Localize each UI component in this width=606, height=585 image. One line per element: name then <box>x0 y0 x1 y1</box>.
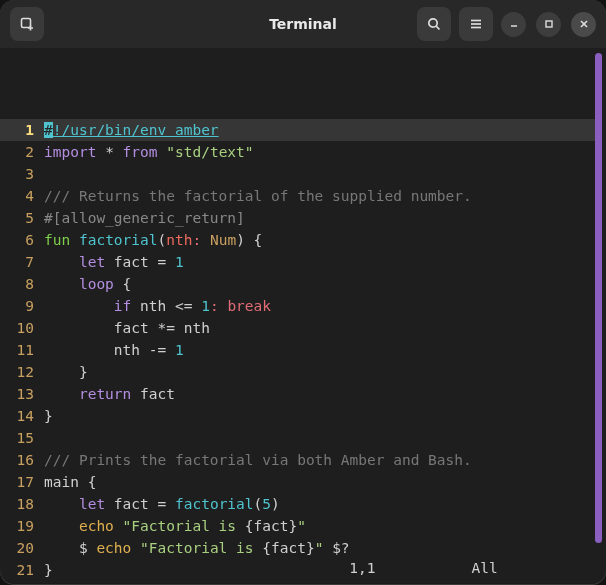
line-number: 6 <box>0 229 44 251</box>
code-line: 9 if nth <= 1: break <box>0 295 595 317</box>
editor-area: 1#!/usr/bin/env amber2import * from "std… <box>0 48 606 583</box>
code-line: 10 fact *= nth <box>0 317 595 339</box>
code-line: 19 echo "Factorial is {fact}" <box>0 515 595 537</box>
code-content: $ echo "Factorial is {fact}" $? <box>44 537 350 559</box>
code-content: fun factorial(nth: Num) { <box>44 229 262 251</box>
code-content: echo "Factorial is {fact}" <box>44 515 306 537</box>
code-line: 11 nth -= 1 <box>0 339 595 361</box>
svg-rect-0 <box>22 19 31 28</box>
line-number: 7 <box>0 251 44 273</box>
scroll-indicator: All <box>471 560 497 576</box>
line-number: 4 <box>0 185 44 207</box>
code-line: 17main { <box>0 471 595 493</box>
svg-line-4 <box>436 26 439 29</box>
code-content: nth -= 1 <box>44 339 184 361</box>
code-content: } <box>44 361 88 383</box>
code-line: 12 } <box>0 361 595 383</box>
terminal-window: Terminal <box>0 0 606 585</box>
code-content: } <box>44 405 53 427</box>
close-button[interactable] <box>571 12 596 37</box>
code-content: /// Prints the factorial via both Amber … <box>44 449 472 471</box>
svg-rect-9 <box>546 21 552 27</box>
code-line: 3 <box>0 163 595 185</box>
minimize-icon <box>508 18 520 30</box>
cursor-position: 1,1 <box>349 560 375 576</box>
code-content: if nth <= 1: break <box>44 295 271 317</box>
maximize-button[interactable] <box>536 12 561 37</box>
code-line: 20 $ echo "Factorial is {fact}" $? <box>0 537 595 559</box>
line-number: 3 <box>0 163 44 185</box>
minimize-button[interactable] <box>501 12 526 37</box>
code-content: fact *= nth <box>44 317 210 339</box>
line-number: 15 <box>0 427 44 449</box>
code-line: 13 return fact <box>0 383 595 405</box>
line-number: 18 <box>0 493 44 515</box>
code-line: 6fun factorial(nth: Num) { <box>0 229 595 251</box>
code-line: 14} <box>0 405 595 427</box>
hamburger-icon <box>468 16 484 32</box>
maximize-icon <box>543 18 555 30</box>
line-number: 2 <box>0 141 44 163</box>
line-number: 10 <box>0 317 44 339</box>
line-number: 12 <box>0 361 44 383</box>
code-line: 18 let fact = factorial(5) <box>0 493 595 515</box>
line-number: 11 <box>0 339 44 361</box>
code-content: main { <box>44 471 96 493</box>
scrollbar[interactable] <box>595 53 602 543</box>
code-line: 16/// Prints the factorial via both Ambe… <box>0 449 595 471</box>
line-number: 16 <box>0 449 44 471</box>
code-line: 2import * from "std/text" <box>0 141 595 163</box>
line-number: 20 <box>0 537 44 559</box>
code-line: 1#!/usr/bin/env amber <box>0 119 595 141</box>
code-line: 5#[allow_generic_return] <box>0 207 595 229</box>
line-number: 5 <box>0 207 44 229</box>
code-line: 8 loop { <box>0 273 595 295</box>
code-content: return fact <box>44 383 175 405</box>
status-line: 1,1 All <box>0 557 561 579</box>
titlebar: Terminal <box>0 0 606 48</box>
code-content: let fact = 1 <box>44 251 184 273</box>
new-tab-button[interactable] <box>10 7 44 41</box>
line-number: 14 <box>0 405 44 427</box>
code-content: /// Returns the factorial of the supplie… <box>44 185 472 207</box>
new-tab-icon <box>19 16 35 32</box>
line-number: 8 <box>0 273 44 295</box>
code-editor[interactable]: 1#!/usr/bin/env amber2import * from "std… <box>0 48 595 583</box>
line-number: 17 <box>0 471 44 493</box>
code-content: loop { <box>44 273 131 295</box>
code-line: 4/// Returns the factorial of the suppli… <box>0 185 595 207</box>
code-line: 15 <box>0 427 595 449</box>
code-content: import * from "std/text" <box>44 141 254 163</box>
code-content: let fact = factorial(5) <box>44 493 280 515</box>
window-controls <box>501 12 596 37</box>
code-line: 7 let fact = 1 <box>0 251 595 273</box>
line-number: 1 <box>0 119 44 141</box>
line-number: 9 <box>0 295 44 317</box>
svg-point-3 <box>429 19 437 27</box>
menu-button[interactable] <box>459 7 493 41</box>
search-button[interactable] <box>417 7 451 41</box>
code-content: #[allow_generic_return] <box>44 207 245 229</box>
line-number: 13 <box>0 383 44 405</box>
code-content: #!/usr/bin/env amber <box>44 119 219 141</box>
search-icon <box>426 16 442 32</box>
close-icon <box>578 18 590 30</box>
line-number: 19 <box>0 515 44 537</box>
